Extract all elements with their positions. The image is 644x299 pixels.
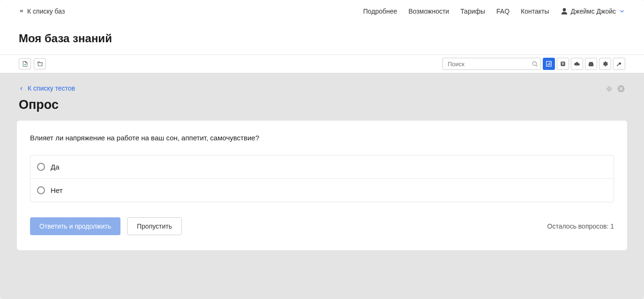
radio-icon [37, 163, 45, 171]
cloud-button[interactable] [571, 58, 583, 70]
user-menu[interactable]: Джеймс Джойс [561, 8, 625, 15]
survey-title: Опрос [8, 98, 636, 121]
search-input[interactable] [442, 58, 541, 70]
cloud-icon [574, 61, 580, 67]
blog-icon: B [560, 61, 566, 67]
svg-text:B: B [562, 62, 564, 65]
option-no[interactable]: Нет [30, 178, 614, 202]
back-to-tests-label: К списку тестов [28, 84, 75, 92]
inbox-button[interactable] [585, 58, 597, 70]
search-wrapper [442, 58, 541, 70]
kb-title: Моя база знаний [19, 32, 625, 45]
key-button[interactable] [613, 58, 625, 70]
question-text: Влияет ли напряжение на работе на ваш со… [30, 134, 614, 142]
skip-button[interactable]: Пропустить [127, 217, 182, 235]
option-yes[interactable]: Да [30, 155, 614, 178]
question-card: Влияет ли напряжение на работе на ваш со… [17, 121, 627, 250]
nav-tariffs[interactable]: Тарифы [460, 8, 485, 15]
gear-icon [602, 61, 608, 67]
search-icon [532, 61, 538, 67]
option-label: Нет [51, 186, 63, 194]
back-to-tests-link[interactable]: К списку тестов [19, 84, 75, 92]
chevron-left-icon [19, 86, 24, 91]
questions-left-label: Осталось вопросов: 1 [547, 222, 614, 230]
chart-icon [546, 61, 552, 67]
back-to-bases-label: К списку баз [27, 8, 65, 15]
svg-point-4 [532, 61, 536, 65]
key-icon [616, 61, 622, 67]
answer-continue-button[interactable]: Ответить и продолжить [30, 217, 120, 235]
minimize-icon [605, 85, 613, 93]
user-name-label: Джеймс Джойс [571, 8, 616, 15]
folder-open-icon [37, 61, 44, 67]
chevron-down-icon [619, 8, 625, 15]
nav-faq[interactable]: FAQ [496, 8, 509, 15]
back-to-bases-link[interactable]: К списку баз [19, 8, 65, 15]
open-folder-button[interactable] [34, 58, 46, 69]
minimize-button[interactable] [605, 85, 613, 95]
close-icon [617, 84, 625, 93]
close-button[interactable] [617, 84, 625, 95]
blog-button[interactable]: B [557, 58, 569, 70]
radio-icon [37, 186, 45, 194]
nav-more[interactable]: Подробнее [363, 8, 397, 15]
options-box: Да Нет [30, 155, 614, 202]
stats-button[interactable] [543, 58, 555, 70]
nav-features[interactable]: Возможности [408, 8, 449, 15]
option-label: Да [51, 163, 60, 171]
inbox-icon [588, 61, 594, 67]
nav-contacts[interactable]: Контакты [521, 8, 549, 15]
chevrons-left-icon [19, 8, 24, 15]
settings-button[interactable] [599, 58, 611, 70]
new-file-button[interactable] [19, 58, 31, 69]
svg-line-5 [536, 65, 538, 67]
file-plus-icon [22, 61, 28, 67]
user-icon [561, 8, 568, 15]
